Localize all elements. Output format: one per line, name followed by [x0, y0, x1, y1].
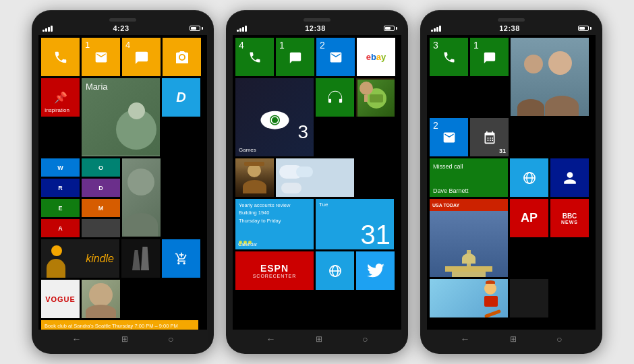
- status-bar-2: 12:38: [233, 23, 401, 35]
- nav-bar-2: ← ⊞ ○: [233, 330, 401, 346]
- drive-tile[interactable]: D: [162, 78, 200, 117]
- adam-tile[interactable]: Maria: [82, 78, 160, 156]
- word-r-tile[interactable]: R: [41, 179, 80, 197]
- word-a-tile[interactable]: A: [41, 219, 80, 237]
- back-btn-1[interactable]: ←: [72, 334, 82, 344]
- screen-2: 4 1 2 ebay: [233, 35, 401, 330]
- windows-btn-3[interactable]: ⊞: [510, 334, 517, 344]
- nav-bar-1: ← ⊞ ○: [38, 330, 207, 346]
- time-2: 12:38: [305, 24, 326, 32]
- cal-event-text: Yearly accounts reviewBuilding 1940Thurs…: [239, 202, 290, 224]
- pinterest-tile[interactable]: 📌 Inspiration: [41, 78, 80, 117]
- search-btn-3[interactable]: ○: [556, 334, 562, 344]
- cal-date: 31: [361, 221, 391, 248]
- cal-label: Calendar: [238, 242, 257, 247]
- p2-messaging-tile[interactable]: 1: [276, 38, 314, 76]
- time-3: 12:38: [499, 24, 520, 32]
- signal-1: [42, 26, 53, 32]
- word-o-tile[interactable]: O: [82, 158, 120, 177]
- p3-extra-tile[interactable]: [510, 279, 548, 317]
- p3-messaging-tile[interactable]: 1: [470, 38, 509, 76]
- word-m-tile[interactable]: M: [82, 199, 120, 217]
- missed-call-name: Dave Barnett: [433, 187, 469, 194]
- p3-email-tile[interactable]: 2: [430, 118, 468, 156]
- speaker-3: [498, 18, 525, 22]
- p2-games-tile[interactable]: 3 Games: [235, 78, 314, 156]
- word-w-tile[interactable]: W: [41, 158, 80, 177]
- battery-1: [190, 26, 203, 31]
- p3-ie-tile[interactable]: [510, 158, 548, 197]
- p2-espn-tile[interactable]: ESPN SCORECENTER: [235, 251, 314, 290]
- p2-calendar-event-tile[interactable]: Yearly accounts reviewBuilding 1940Thurs…: [235, 199, 314, 249]
- windows-btn-2[interactable]: ⊞: [316, 334, 322, 344]
- espn-sub-label: SCORECENTER: [253, 274, 297, 278]
- p2-phone-tile[interactable]: 4: [235, 38, 274, 76]
- p2-cloud-tile[interactable]: [276, 158, 354, 197]
- espn-label: ESPN: [260, 263, 289, 274]
- p3-calendar-tile[interactable]: 31: [470, 118, 509, 156]
- speaker-2: [304, 18, 330, 22]
- games-badge: 3: [297, 121, 308, 143]
- battery-3: [578, 26, 592, 31]
- p3-skater-tile[interactable]: [430, 279, 508, 317]
- p3-msg-badge: 1: [473, 40, 479, 51]
- p3-contacts-tile[interactable]: [550, 158, 589, 197]
- p2-plants-tile[interactable]: [356, 78, 395, 117]
- p3-ap-tile[interactable]: AP: [510, 199, 548, 237]
- p2-email-badge: 2: [320, 40, 325, 51]
- back-btn-2[interactable]: ←: [266, 334, 276, 344]
- nav-bar-3: ← ⊞ ○: [427, 330, 596, 346]
- games-label: Games: [239, 147, 256, 154]
- screen-3: 3 1 Maria: [427, 35, 596, 330]
- battery-2: [384, 26, 397, 31]
- adam-text: Maria: [86, 82, 108, 92]
- word-blank-tile[interactable]: [82, 219, 120, 237]
- p3-phone-tile[interactable]: 3: [430, 38, 468, 76]
- p3-bbc-tile[interactable]: BBC NEWS: [550, 199, 589, 237]
- screen-1: 1 4 📌 Inspiration Maria: [38, 35, 207, 330]
- search-btn-2[interactable]: ○: [362, 334, 368, 344]
- photo-girl-tile[interactable]: [82, 280, 120, 318]
- tiles-area-1: 1 4 📌 Inspiration Maria: [38, 35, 207, 330]
- p2-phone-badge: 4: [239, 40, 244, 51]
- svg-point-3: [272, 117, 278, 123]
- phone-3: 12:38 3 1 Maria: [420, 10, 602, 354]
- camera-tile[interactable]: [163, 38, 201, 76]
- tiles-area-3: 3 1 Maria: [427, 35, 596, 320]
- phone-2: 12:38 4 1 2 eba: [226, 10, 408, 354]
- windows-btn-1[interactable]: ⊞: [121, 334, 128, 344]
- p2-cal-date-tile[interactable]: Tue 31: [316, 199, 394, 249]
- calendar-event-tile[interactable]: Book club at Sandra's Seattle Thursday 7…: [41, 320, 198, 330]
- p3-maria-tile[interactable]: Maria: [511, 38, 589, 116]
- bbc-news-label: NEWS: [561, 220, 578, 224]
- p2-email-tile[interactable]: 2: [316, 38, 355, 76]
- p2-ebay-tile[interactable]: ebay: [357, 38, 395, 76]
- photo-boy-tile[interactable]: [122, 158, 161, 237]
- p2-msg-badge: 1: [279, 40, 285, 51]
- kindle-label: kindle: [86, 253, 114, 265]
- p3-usa-today-tile[interactable]: USA TODAY: [430, 199, 508, 277]
- word-e-tile[interactable]: E: [41, 199, 80, 217]
- p2-twitter-tile[interactable]: [356, 251, 395, 290]
- missed-call-text: Missed call: [433, 162, 463, 171]
- search-btn-1[interactable]: ○: [168, 334, 173, 344]
- p2-ie-tile[interactable]: [316, 251, 354, 290]
- p2-headphone-tile[interactable]: [316, 78, 354, 117]
- vogue-tile[interactable]: VOGUE: [41, 280, 80, 318]
- email-tile[interactable]: 1: [82, 38, 120, 76]
- phone-tile[interactable]: [41, 38, 80, 76]
- back-btn-3[interactable]: ←: [461, 334, 470, 344]
- bbc-label: BBC: [563, 212, 577, 220]
- ap-label: AP: [521, 211, 538, 225]
- speaker-1: [109, 18, 136, 22]
- word-d-tile[interactable]: D: [82, 179, 120, 197]
- kindle-tile[interactable]: kindle: [41, 239, 119, 278]
- cal-day: Tue: [319, 202, 328, 208]
- store-tile[interactable]: [162, 239, 200, 278]
- phone-1: 4:23 1 4: [32, 10, 214, 354]
- chat-tile[interactable]: 4: [122, 38, 161, 76]
- p3-missed-call-tile[interactable]: Missed call Dave Barnett: [430, 158, 508, 197]
- p2-cowboy-tile[interactable]: [235, 158, 274, 197]
- fashion-tile[interactable]: [121, 239, 160, 278]
- p3-phone-badge: 3: [433, 40, 438, 51]
